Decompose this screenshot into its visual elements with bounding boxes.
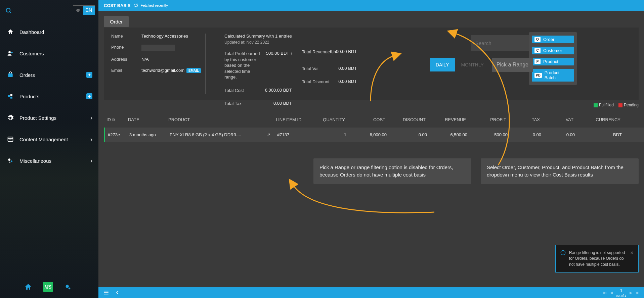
entity-dropdown[interactable]: OOrder CCustomer PProduct PBProduct Batc… [529,32,577,85]
chevron-right-icon: › [90,136,92,143]
lang-bn[interactable]: বাং [73,6,83,15]
th-currency: CURRENCY [578,117,625,122]
page-title: COST BASIS [104,3,130,8]
dd-badge: P [534,59,541,64]
settings-footer-icon[interactable] [63,282,73,292]
gear-icon [7,114,14,121]
nav-products[interactable]: Products + [0,88,98,105]
nav-orders[interactable]: Orders + [0,66,98,83]
home-icon [7,28,14,36]
cell-profit: 500.00 [472,132,512,137]
back-icon[interactable] [115,290,120,295]
info-icon[interactable]: i [291,51,292,56]
table-row[interactable]: #273e 3 months ago PNY XLR8 8 GB (2 x 4 … [104,128,644,142]
cell-discount: 0.00 [391,132,432,137]
cell-currency: BDT [579,132,627,137]
dd-badge: C [534,48,541,53]
add-product-button[interactable]: + [86,93,92,99]
svg-point-11 [8,158,10,161]
svg-point-14 [66,285,69,288]
range-selector: DAILY MONTHLY Pick a Range [430,58,533,72]
nav-content-management[interactable]: Content Management › [0,131,98,148]
nav-product-settings[interactable]: Product Settings › [0,109,98,126]
profit-value: 500.00 BDTi [266,51,292,56]
copy-icon[interactable]: ⧉ [112,117,115,122]
tax-value: 0.00 BDT [273,101,292,106]
svg-point-0 [6,8,10,12]
address-label: Address [111,57,141,62]
nav-dashboard[interactable]: Dashboard [0,23,98,40]
cell-vat: 0.00 [546,132,579,137]
table-header: ID⧉ DATE PRODUCT LINEITEM ID QUANTITY CO… [104,111,644,128]
hamburger-icon[interactable] [103,290,109,296]
th-date: DATE [128,117,168,122]
cell-cost: 6,000.00 [351,132,391,137]
divider [205,34,206,94]
content-icon [7,136,14,143]
page-prev-icon[interactable]: ◀ [610,291,613,295]
nav-label: Products [19,94,39,99]
phone-label: Phone [111,45,141,51]
vat-label: Total Vat [302,66,319,72]
revenue-label: Total Revenue [302,49,330,55]
revenue-value: 6,500.00 BDT [330,49,357,54]
swatch-red [618,103,622,107]
cost-value: 6,000.00 BDT [265,88,292,93]
language-switcher[interactable]: বাং EN [73,5,95,15]
range-pick[interactable]: Pick a Range [492,58,533,72]
nav-customers[interactable]: Customers [0,45,98,62]
home-footer-icon[interactable] [24,282,33,292]
topbar: COST BASIS Fetched recently [98,0,644,11]
refresh-status[interactable]: Fetched recently [134,3,168,8]
dd-badge: O [534,37,541,42]
nav-label: Dashboard [19,29,44,35]
sidebar-footer: MS [24,282,73,292]
external-link-icon[interactable]: ↗ [267,132,270,137]
range-daily[interactable]: DAILY [430,58,455,71]
add-order-button[interactable]: + [86,72,92,78]
summary-head: Calculated Summary with 1 entries [224,34,292,39]
nav-miscellaneous[interactable]: Miscellaneous › [0,152,98,169]
swatch-green [594,103,598,107]
vat-value: 0.00 BDT [338,66,357,71]
cell-revenue: 6,500.00 [432,132,472,137]
toast-notification: Range filtering is not supported for Ord… [555,245,639,272]
page-last-icon[interactable]: ⏭ [636,291,639,295]
range-monthly[interactable]: MONTHLY [455,58,489,71]
svg-rect-7 [10,97,12,99]
search-icon[interactable] [4,6,13,15]
dropdown-item-product-batch[interactable]: PBProduct Batch [532,69,574,82]
dropdown-item-product[interactable]: PProduct [532,58,574,65]
callout-range: Pick a Range or range filtering option i… [313,158,471,184]
svg-point-15 [69,288,71,290]
dd-label: Product [543,59,558,64]
callout-dropdown: Select Order, Customer, Product, and Pro… [481,158,639,184]
cell-id: #273e [108,132,129,137]
page-first-icon[interactable]: ⏮ [603,291,607,295]
search-input[interactable] [471,35,530,51]
nav-label: Orders [19,72,35,78]
toast-text: Range filtering is not supported for Ord… [569,250,627,267]
close-icon[interactable]: ✕ [630,250,634,256]
orders-icon [7,71,14,79]
phone-value-empty [141,45,175,51]
th-revenue: REVENUE [430,117,471,122]
lang-en[interactable]: EN [83,6,95,15]
sidebar: বাং EN Dashboard Customers Orders + Prod… [0,0,98,298]
nav-label: Customers [19,51,44,56]
misc-icon [7,157,14,164]
page-next-icon[interactable]: ▶ [630,291,632,295]
dropdown-item-customer[interactable]: CCustomer [532,47,574,54]
chevron-right-icon: › [90,114,92,121]
email-badge[interactable]: EMAIL [186,68,201,73]
name-label: Name [111,34,141,39]
dd-label: Product Batch [545,70,571,80]
ms-badge[interactable]: MS [43,282,53,292]
cell-qty: 1 [311,132,351,137]
cell-lineitem: #7137 [277,132,311,137]
dropdown-item-order[interactable]: OOrder [532,36,574,43]
th-profit: PROFIT [471,117,511,122]
page-number: 1 [620,288,622,293]
fetched-text: Fetched recently [140,3,168,7]
th-product: PRODUCT [168,117,276,122]
